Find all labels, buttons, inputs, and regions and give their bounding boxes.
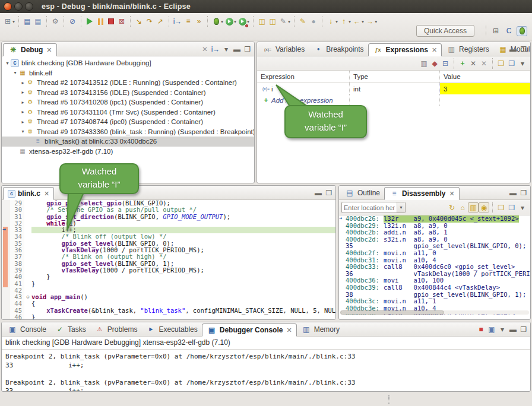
remove-expression-icon[interactable]: ✕: [468, 58, 479, 68]
debug-tree-row[interactable]: ≡blink_task() at blink.c:33 0x400dbc26: [2, 137, 254, 147]
minimize-icon[interactable]: ▬: [232, 44, 242, 54]
new-wizard-icon[interactable]: ⊞: [2, 17, 13, 27]
tab-memory[interactable]: ▥Memory: [297, 323, 344, 336]
maximize-icon[interactable]: ❒: [324, 188, 334, 198]
run-icon[interactable]: [224, 17, 235, 27]
step-filters-icon[interactable]: ≡: [183, 17, 194, 27]
editor-annotation-ruler[interactable]: [2, 247, 10, 253]
tab-breakpoints[interactable]: ●Breakpoints: [309, 43, 368, 56]
forward-icon-dropdown[interactable]: ▾: [375, 19, 377, 24]
editor-annotation-ruler[interactable]: [2, 314, 10, 319]
debug-tree-row[interactable]: ▸⚙Thread #3 1073413156 (IDLE) (Suspended…: [2, 88, 254, 98]
pin-view-icon[interactable]: ❒: [506, 58, 517, 68]
tab-disassembly[interactable]: ≡Disassembly✕: [384, 187, 460, 200]
run-icon-dropdown[interactable]: ▾: [234, 19, 236, 24]
debug-icon-dropdown[interactable]: ▾: [221, 19, 223, 24]
open-perspective-icon[interactable]: ⊞: [490, 26, 501, 36]
tree-expander-icon[interactable]: ▸: [20, 119, 26, 125]
location-input[interactable]: [342, 204, 397, 211]
tab-problems[interactable]: ⚠Problems: [90, 323, 142, 336]
fold-marker-icon[interactable]: ⊖: [24, 294, 31, 300]
editor-annotation-ruler[interactable]: [2, 274, 10, 280]
editor-annotation-ruler[interactable]: [2, 300, 10, 307]
home-icon[interactable]: ⌂: [457, 202, 468, 212]
instruction-step-mode-icon[interactable]: i→: [210, 44, 221, 54]
tab-debug[interactable]: ✳Debug✕: [3, 43, 57, 56]
disconnect-icon[interactable]: ⊠: [116, 17, 127, 27]
tab-outline[interactable]: ▤Outline: [340, 186, 384, 199]
pin-editor-icon-dropdown[interactable]: ▾: [335, 19, 338, 24]
terminate-console-icon[interactable]: ■: [476, 324, 486, 334]
suspend-icon[interactable]: [95, 17, 106, 27]
tab-registers[interactable]: ▥Registers: [442, 43, 493, 56]
tree-expander-icon[interactable]: ▸: [20, 100, 26, 105]
instruction-stepping-icon[interactable]: i→: [172, 17, 183, 27]
tab-expressions[interactable]: ƒxExpressions✕: [368, 43, 442, 56]
editor-annotation-ruler[interactable]: [2, 214, 10, 220]
tab-executables[interactable]: ▶Executables: [141, 323, 201, 336]
editor-annotation-ruler[interactable]: [2, 267, 10, 274]
debug-tree-row[interactable]: ▸⚙Thread #2 1073413512 (IDLE : Running) …: [2, 78, 254, 88]
new-rendering-icon[interactable]: ❒: [496, 58, 506, 68]
debug-tree-row[interactable]: ▾⚙Thread #9 1073433360 (blink_task : Run…: [2, 127, 254, 137]
editor-annotation-ruler[interactable]: ➜: [2, 227, 10, 233]
disassembly-row[interactable]: ➜400dbc26:l32r a9, 0x400d045c <_stext+10…: [339, 215, 530, 223]
column-header-value[interactable]: Value: [440, 71, 530, 83]
minimize-icon[interactable]: ▬: [313, 188, 324, 198]
editor-line-46[interactable]: 46}: [2, 314, 335, 319]
build-icon[interactable]: ⚙: [50, 17, 61, 27]
tab-tasks[interactable]: ✓Tasks: [50, 323, 90, 336]
view-menu-icon[interactable]: ▾: [221, 44, 232, 54]
tab-console[interactable]: ▣Console: [3, 323, 50, 336]
editor-annotation-ruler[interactable]: [2, 287, 10, 294]
editor-line-39[interactable]: 39 vTaskDelay(1000 / portTICK_PERIOD_MS)…: [2, 267, 335, 274]
open-resource-icon[interactable]: ◫: [267, 17, 278, 27]
debug-perspective-icon[interactable]: [517, 26, 527, 36]
tab-close-icon[interactable]: ✕: [286, 326, 292, 334]
terminate-icon[interactable]: [106, 17, 116, 27]
disassembly-row[interactable]: 400dbc39:call8 0x400844c4 <vTaskDelay>: [339, 284, 530, 291]
disassembly-row[interactable]: 400dbc33:call8 0x400dc6c0 <gpio_set_leve…: [339, 264, 530, 271]
step-over-icon[interactable]: ↷: [144, 17, 155, 27]
debug-tree-row[interactable]: ▾▦blink.elf: [2, 68, 254, 78]
location-dropdown-icon[interactable]: ▼: [397, 202, 405, 212]
editor-annotation-ruler[interactable]: [2, 281, 10, 287]
editor-annotation-ruler[interactable]: [2, 253, 10, 260]
debug-tree-row[interactable]: ▸⚙Thread #6 1073431104 (Tmr Svc) (Suspen…: [2, 107, 254, 118]
new-wizard-icon-dropdown[interactable]: ▾: [12, 19, 15, 24]
step-into-icon[interactable]: ↘: [134, 17, 144, 27]
pin-editor-icon[interactable]: ↓: [325, 17, 336, 27]
tree-expander-icon[interactable]: ▸: [20, 90, 26, 95]
debug-tree-row[interactable]: ▦xtensa-esp32-elf-gdb (7.10): [2, 147, 254, 157]
tree-expander-icon[interactable]: ▸: [20, 80, 26, 85]
maximize-icon[interactable]: ❒: [242, 44, 253, 54]
tab-close-icon[interactable]: ✕: [432, 46, 437, 54]
step-return-icon[interactable]: ↗: [155, 17, 166, 27]
launch-config-icon[interactable]: ✎: [278, 17, 289, 27]
window-maximize-button[interactable]: [25, 2, 33, 11]
window-minimize-button[interactable]: [14, 2, 23, 11]
mark-occurrences-icon[interactable]: ✎: [297, 17, 308, 27]
editor-annotation-ruler[interactable]: [2, 240, 10, 247]
tab-close-icon[interactable]: ✕: [449, 190, 454, 198]
collapse-all-icon[interactable]: ⊟: [440, 58, 451, 68]
refresh-icon[interactable]: ↻: [446, 202, 457, 212]
editor-line-41[interactable]: 41}: [2, 281, 335, 287]
add-expression-icon[interactable]: +: [457, 58, 468, 68]
debug-tree-row[interactable]: ▸⚙Thread #5 1073410208 (ipc1) (Suspended…: [2, 97, 254, 107]
remove-terminated-icon[interactable]: ✕: [200, 44, 210, 54]
editor-line-45[interactable]: 45 xTaskCreate(&blink_task, "blink_task"…: [2, 307, 335, 314]
last-edit-location-icon[interactable]: ↑: [338, 17, 349, 27]
editor-line-40[interactable]: 40 }: [2, 274, 335, 280]
maximize-icon[interactable]: ❒: [518, 44, 529, 54]
view-menu-icon[interactable]: ▾: [517, 202, 528, 212]
minimize-icon[interactable]: ▬: [508, 44, 518, 54]
sync-selection-toggle-icon[interactable]: ◉: [479, 202, 489, 212]
editor-annotation-ruler[interactable]: [2, 200, 10, 207]
show-source-toggle-icon[interactable]: ▥: [468, 202, 479, 212]
editor-annotation-ruler[interactable]: [2, 233, 10, 240]
last-edit-location-icon-dropdown[interactable]: ▾: [349, 19, 351, 24]
view-menu-icon[interactable]: ▾: [517, 58, 528, 68]
tab-debugger-console[interactable]: ▣Debugger Console✕: [202, 323, 297, 337]
launch-config-icon-dropdown[interactable]: ▾: [288, 19, 290, 24]
